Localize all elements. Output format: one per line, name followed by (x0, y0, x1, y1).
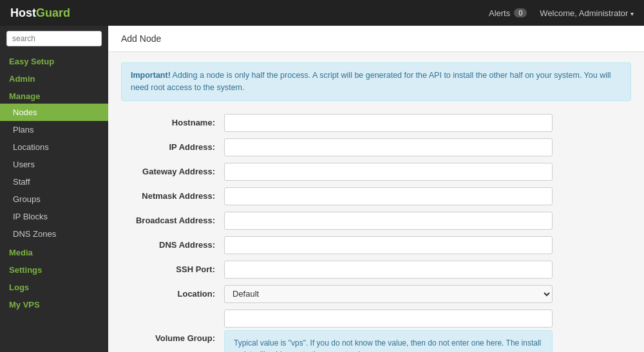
content-area: Important! Adding a node is only half th… (108, 52, 644, 352)
volume-group-label: Volume Group: (121, 333, 224, 343)
sidebar-item-easy-setup[interactable]: Easy Setup (0, 51, 108, 69)
ip-address-input[interactable] (224, 138, 553, 156)
sidebar: Easy Setup Admin Manage Nodes Plans Loca… (0, 26, 108, 352)
sidebar-search-container (0, 26, 108, 51)
logo: HostGuard (10, 6, 70, 20)
dns-label: DNS Address: (121, 240, 224, 250)
volume-group-control: Typical value is "vps". If you do not kn… (224, 310, 553, 353)
sidebar-item-groups[interactable]: Groups (0, 190, 108, 208)
volume-group-hint: Typical value is "vps". If you do not kn… (224, 330, 553, 353)
sidebar-item-locations[interactable]: Locations (0, 138, 108, 156)
ssh-row: SSH Port: (121, 261, 631, 279)
location-control: Default (224, 285, 553, 303)
topbar: HostGuard Alerts 0 Welcome, Administrato… (0, 0, 644, 26)
logo-guard: Guard (36, 6, 70, 19)
welcome-text: Welcome, Administrator (540, 8, 628, 18)
alerts-count: 0 (514, 8, 527, 17)
info-alert: Important! Adding a node is only half th… (121, 62, 631, 101)
netmask-control (224, 187, 553, 205)
location-row: Location: Default (121, 285, 631, 303)
hostname-label: Hostname: (121, 118, 224, 127)
page-header: Add Node (108, 26, 644, 52)
sidebar-item-staff[interactable]: Staff (0, 173, 108, 190)
ssh-label: SSH Port: (121, 264, 224, 274)
broadcast-input[interactable] (224, 212, 553, 230)
sidebar-item-nodes[interactable]: Nodes (0, 104, 108, 121)
gateway-row: Gateway Address: (121, 163, 631, 181)
netmask-label: Netmask Address: (121, 191, 224, 201)
alert-text: Adding a node is only half the process. … (131, 71, 611, 92)
ip-address-control (224, 138, 553, 156)
sidebar-item-media[interactable]: Media (0, 243, 108, 260)
broadcast-control (224, 212, 553, 230)
gateway-input[interactable] (224, 163, 553, 181)
layout: Easy Setup Admin Manage Nodes Plans Loca… (0, 26, 644, 352)
alerts-section[interactable]: Alerts 0 (489, 8, 527, 18)
gateway-control (224, 163, 553, 181)
add-node-form: Hostname: IP Address: Gateway Address: (121, 114, 631, 353)
logo-host: Host (10, 6, 36, 19)
dns-control (224, 236, 553, 254)
search-input[interactable] (6, 31, 102, 46)
hostname-row: Hostname: (121, 114, 631, 132)
sidebar-item-settings[interactable]: Settings (0, 260, 108, 277)
page-title: Add Node (121, 33, 161, 44)
sidebar-item-plans[interactable]: Plans (0, 121, 108, 138)
broadcast-row: Broadcast Address: (121, 212, 631, 230)
welcome-dropdown-icon: ▾ (630, 10, 634, 17)
location-select[interactable]: Default (224, 285, 553, 303)
sidebar-item-logs[interactable]: Logs (0, 277, 108, 295)
dns-row: DNS Address: (121, 236, 631, 254)
alert-strong: Important! (131, 71, 171, 80)
dns-input[interactable] (224, 236, 553, 254)
topbar-right: Alerts 0 Welcome, Administrator ▾ (489, 8, 634, 18)
ssh-input[interactable] (224, 261, 553, 279)
location-label: Location: (121, 289, 224, 299)
ip-address-label: IP Address: (121, 142, 224, 152)
hostname-control (224, 114, 553, 132)
sidebar-item-ip-blocks[interactable]: IP Blocks (0, 208, 108, 225)
sidebar-item-admin[interactable]: Admin (0, 69, 108, 86)
hostname-input[interactable] (224, 114, 553, 132)
volume-group-row: Volume Group: Typical value is "vps". If… (121, 310, 631, 353)
main-content: Add Node Important! Adding a node is onl… (108, 26, 644, 352)
netmask-row: Netmask Address: (121, 187, 631, 205)
sidebar-item-users[interactable]: Users (0, 156, 108, 173)
sidebar-item-my-vps[interactable]: My VPS (0, 295, 108, 312)
broadcast-label: Broadcast Address: (121, 216, 224, 225)
volume-group-input[interactable] (224, 310, 553, 328)
gateway-label: Gateway Address: (121, 167, 224, 176)
ssh-control (224, 261, 553, 279)
welcome-menu[interactable]: Welcome, Administrator ▾ (540, 8, 634, 18)
alerts-label: Alerts (489, 8, 510, 18)
sidebar-item-manage[interactable]: Manage (0, 86, 108, 104)
sidebar-item-dns-zones[interactable]: DNS Zones (0, 225, 108, 243)
netmask-input[interactable] (224, 187, 553, 205)
ip-address-row: IP Address: (121, 138, 631, 156)
